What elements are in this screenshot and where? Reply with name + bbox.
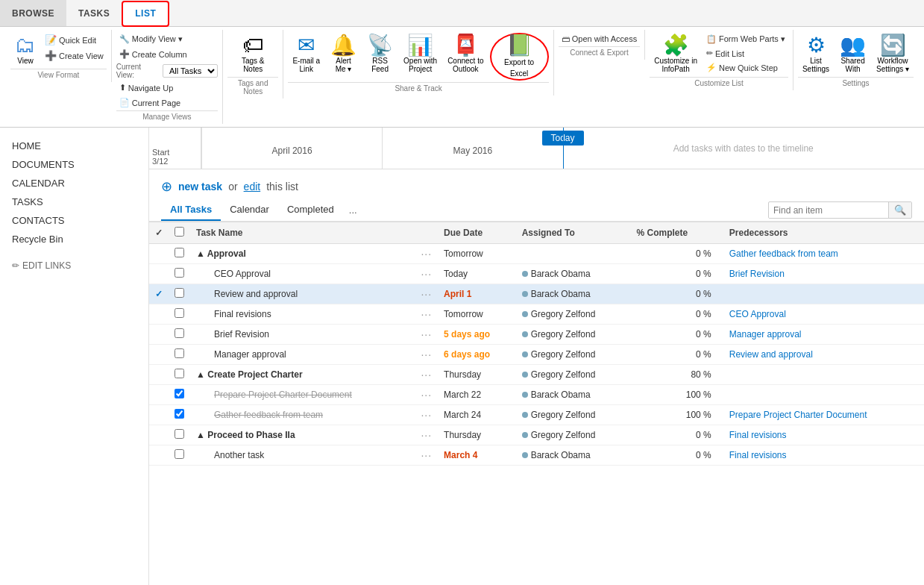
- row-checkbox-col: [169, 365, 190, 385]
- row-ellipsis[interactable]: ···: [415, 304, 438, 325]
- view-button[interactable]: 🗂 View: [10, 33, 40, 67]
- alert-me-button[interactable]: 🔔 AlertMe ▾: [326, 33, 361, 75]
- row-task-name[interactable]: Prepare Project Charter Document: [190, 385, 415, 405]
- row-predecessor: [723, 365, 924, 385]
- tags-notes-button[interactable]: 🏷 Tags &Notes: [237, 33, 269, 75]
- edit-list-button[interactable]: ✏ Edit List: [703, 47, 788, 60]
- row-task-name[interactable]: ▲ Approval: [190, 244, 415, 264]
- row-checkbox[interactable]: [175, 308, 184, 318]
- predecessor-link[interactable]: Gather feedback from team: [729, 248, 838, 259]
- row-task-name[interactable]: Review and approval: [190, 284, 415, 304]
- list-settings-button[interactable]: ⚙ ListSettings: [798, 33, 834, 75]
- current-view-select[interactable]: All Tasks: [163, 64, 218, 78]
- shared-with-button[interactable]: 👥 SharedWith: [835, 33, 870, 75]
- ribbon-group-manage-views: 🔧 Modify View ▾ ➕ Create Column Current …: [112, 30, 223, 124]
- tab-completed[interactable]: Completed: [278, 199, 343, 221]
- predecessor-link[interactable]: Prepare Project Charter Document: [729, 410, 867, 420]
- row-predecessor[interactable]: Final revisions: [723, 445, 924, 466]
- row-ellipsis[interactable]: ···: [415, 345, 438, 365]
- tab-calendar[interactable]: Calendar: [221, 199, 278, 221]
- new-quick-step-button[interactable]: ⚡ New Quick Step: [703, 61, 788, 74]
- row-task-name[interactable]: Gather feedback from team: [190, 405, 415, 425]
- email-link-button[interactable]: ✉ E-mail aLink: [288, 33, 324, 75]
- select-all-checkbox[interactable]: [175, 227, 184, 237]
- open-access-button[interactable]: 🗃 Open with Access: [559, 33, 640, 45]
- open-project-button[interactable]: 📊 Open withProject: [399, 33, 441, 75]
- tab-all-tasks[interactable]: All Tasks: [161, 199, 221, 221]
- row-ellipsis[interactable]: ···: [415, 425, 438, 445]
- row-task-name[interactable]: Manager approval: [190, 345, 415, 365]
- tab-browse[interactable]: BROWSE: [0, 0, 66, 26]
- row-checkbox[interactable]: [175, 328, 184, 338]
- row-checkbox[interactable]: [175, 288, 184, 298]
- tab-list[interactable]: LIST: [122, 1, 169, 27]
- row-ellipsis[interactable]: ···: [415, 284, 438, 304]
- create-view-button[interactable]: ➕ Create View: [42, 49, 107, 63]
- nav-home[interactable]: HOME: [0, 137, 148, 155]
- row-ellipsis[interactable]: ···: [415, 385, 438, 405]
- row-checkbox[interactable]: [175, 248, 184, 257]
- new-task-link[interactable]: new task: [178, 181, 222, 193]
- current-page-button[interactable]: 📄 Current Page: [116, 96, 183, 109]
- nav-calendar[interactable]: CALENDAR: [0, 174, 148, 193]
- nav-contacts[interactable]: CONTACTS: [0, 211, 148, 230]
- row-checkbox[interactable]: [175, 268, 184, 278]
- row-ellipsis[interactable]: ···: [415, 365, 438, 385]
- predecessor-link[interactable]: Brief Revision: [729, 269, 785, 279]
- predecessor-link[interactable]: Review and approval: [729, 349, 813, 360]
- customize-small-buttons: 📋 Form Web Parts ▾ ✏ Edit List ⚡ New Qui…: [703, 33, 788, 74]
- manage-views-controls: 🔧 Modify View ▾ ➕ Create Column Current …: [116, 33, 218, 109]
- row-predecessor[interactable]: Final revisions: [723, 425, 924, 445]
- edit-list-link[interactable]: edit: [244, 181, 261, 193]
- connect-outlook-button[interactable]: 📮 Connect toOutlook: [443, 33, 488, 75]
- email-link-icon: ✉: [298, 35, 315, 56]
- form-web-parts-button[interactable]: 📋 Form Web Parts ▾: [703, 33, 788, 46]
- row-task-name[interactable]: Final revisions: [190, 304, 415, 325]
- create-column-button[interactable]: ➕ Create Column: [116, 48, 190, 60]
- row-task-name[interactable]: CEO Approval: [190, 264, 415, 284]
- nav-edit-links[interactable]: ✏ EDIT LINKS: [0, 254, 148, 277]
- tab-tasks[interactable]: TASKS: [66, 0, 122, 26]
- navigate-up-button[interactable]: ⬆ Navigate Up: [116, 81, 177, 94]
- tab-more[interactable]: ...: [343, 200, 363, 220]
- nav-documents[interactable]: DOCUMENTS: [0, 155, 148, 174]
- row-ellipsis[interactable]: ···: [415, 325, 438, 345]
- customize-infopath-button[interactable]: 🧩 Customize inInfoPath: [650, 33, 702, 75]
- row-checkbox[interactable]: [175, 449, 184, 459]
- row-predecessor[interactable]: Manager approval: [723, 325, 924, 345]
- predecessor-link[interactable]: Final revisions: [729, 430, 787, 440]
- workflow-settings-button[interactable]: 🔄 WorkflowSettings ▾: [872, 33, 914, 75]
- search-button[interactable]: 🔍: [888, 202, 911, 218]
- row-predecessor[interactable]: Brief Revision: [723, 264, 924, 284]
- row-ellipsis[interactable]: ···: [415, 244, 438, 264]
- row-checkbox[interactable]: [175, 409, 184, 419]
- row-predecessor[interactable]: CEO Approval: [723, 304, 924, 325]
- row-checkbox[interactable]: [175, 429, 184, 439]
- row-ellipsis[interactable]: ···: [415, 405, 438, 425]
- predecessor-link[interactable]: CEO Approval: [729, 309, 786, 319]
- row-task-name[interactable]: Brief Revision: [190, 325, 415, 345]
- rss-feed-button[interactable]: 📡 RSSFeed: [362, 33, 397, 75]
- row-task-name[interactable]: ▲ Proceed to Phase IIa: [190, 425, 415, 445]
- row-predecessor[interactable]: Review and approval: [723, 345, 924, 365]
- quick-edit-button[interactable]: 📝 Quick Edit: [42, 33, 107, 47]
- search-input[interactable]: [769, 203, 888, 218]
- row-checkbox[interactable]: [175, 389, 184, 398]
- predecessor-link[interactable]: Manager approval: [729, 329, 802, 340]
- row-predecessor[interactable]: Gather feedback from team: [723, 244, 924, 264]
- row-ellipsis[interactable]: ···: [415, 264, 438, 284]
- modify-view-button[interactable]: 🔧 Modify View ▾: [116, 33, 186, 46]
- assigned-dot-icon: [522, 432, 528, 438]
- nav-recycle-bin[interactable]: Recycle Bin: [0, 230, 148, 248]
- predecessor-link[interactable]: Final revisions: [729, 450, 787, 460]
- row-checkbox[interactable]: [175, 369, 184, 378]
- edit-list-icon: ✏: [706, 49, 713, 58]
- task-name-text: ▲ Approval: [196, 248, 246, 259]
- row-ellipsis[interactable]: ···: [415, 445, 438, 466]
- row-predecessor[interactable]: Prepare Project Charter Document: [723, 405, 924, 425]
- nav-tasks[interactable]: TASKS: [0, 193, 148, 211]
- row-checkbox[interactable]: [175, 348, 184, 358]
- row-task-name[interactable]: Another task: [190, 445, 415, 466]
- export-excel-button[interactable]: 📗 Export toExcel: [490, 33, 549, 81]
- row-task-name[interactable]: ▲ Create Project Charter: [190, 365, 415, 385]
